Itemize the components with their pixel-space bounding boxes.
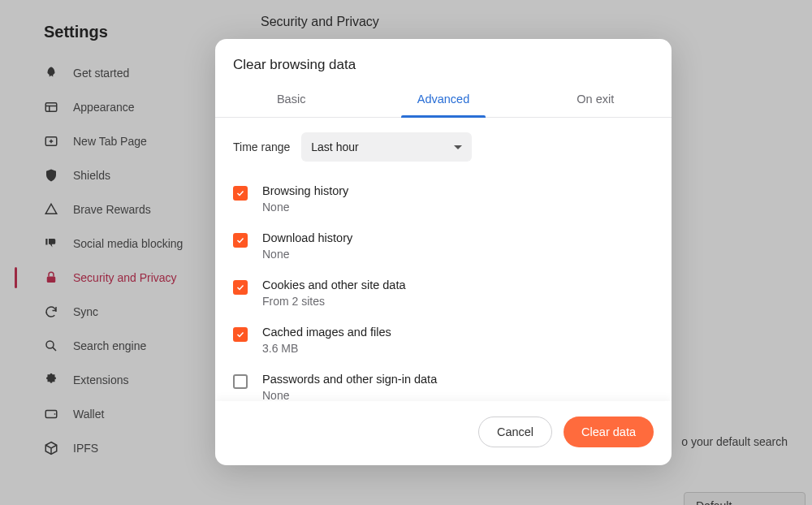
- data-type-title: Browsing history: [262, 184, 348, 197]
- data-type-row: Download historyNone: [233, 223, 654, 270]
- checkbox[interactable]: [233, 186, 248, 201]
- chevron-down-icon: [454, 145, 462, 149]
- time-range-label: Time range: [233, 140, 290, 153]
- time-range-row: Time range Last hour: [215, 118, 672, 168]
- data-type-sub: None: [262, 389, 437, 401]
- data-type-row: Cached images and files3.6 MB: [233, 317, 654, 365]
- data-type-title: Cookies and other site data: [262, 278, 406, 291]
- data-type-row: Cookies and other site dataFrom 2 sites: [233, 270, 654, 317]
- cancel-button[interactable]: Cancel: [478, 417, 552, 447]
- dialog-title: Clear browsing data: [215, 39, 672, 84]
- data-type-sub: From 2 sites: [262, 295, 406, 308]
- tab-basic[interactable]: Basic: [215, 84, 367, 117]
- dialog-footer: Cancel Clear data: [215, 401, 672, 465]
- data-type-sub: 3.6 MB: [262, 342, 391, 355]
- clear-browsing-data-dialog: Clear browsing data BasicAdvancedOn exit…: [215, 39, 672, 465]
- tab-advanced[interactable]: Advanced: [367, 84, 519, 117]
- data-type-row: Browsing historyNone: [233, 176, 654, 223]
- checkbox[interactable]: [233, 280, 248, 295]
- data-types-list: Browsing historyNoneDownload historyNone…: [215, 168, 672, 401]
- data-type-sub: None: [262, 248, 352, 261]
- tab-on-exit[interactable]: On exit: [520, 84, 672, 117]
- dialog-tabs: BasicAdvancedOn exit: [215, 84, 672, 118]
- clear-data-button[interactable]: Clear data: [564, 417, 654, 447]
- data-type-title: Cached images and files: [262, 326, 391, 339]
- checkbox[interactable]: [233, 233, 248, 248]
- data-type-sub: None: [262, 201, 348, 214]
- checkbox[interactable]: [233, 327, 248, 342]
- data-type-title: Download history: [262, 231, 352, 244]
- time-range-select[interactable]: Last hour: [301, 132, 472, 162]
- checkbox[interactable]: [233, 374, 248, 389]
- time-range-value: Last hour: [311, 140, 358, 153]
- data-type-row: Passwords and other sign-in dataNone: [233, 365, 654, 401]
- data-type-title: Passwords and other sign-in data: [262, 373, 437, 386]
